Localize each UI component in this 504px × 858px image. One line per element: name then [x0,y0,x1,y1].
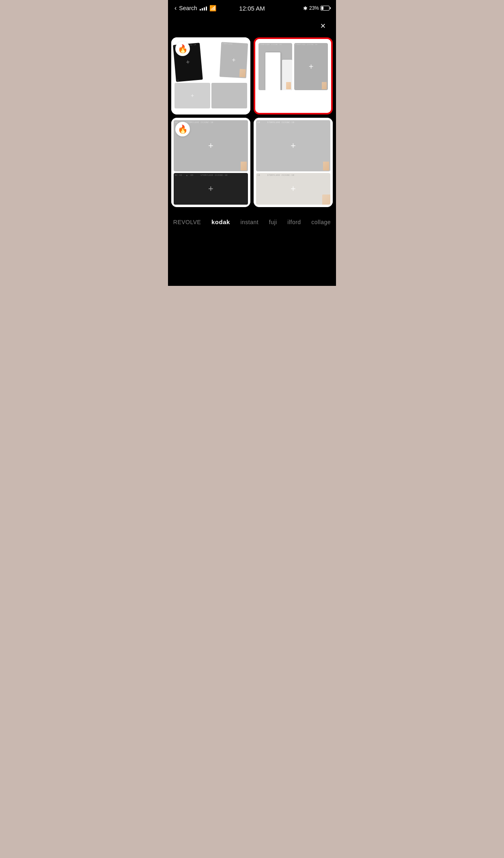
signal-bars [200,6,207,11]
signal-bar-3 [204,7,205,11]
nav-item-revolve[interactable]: REVOLVE [171,217,204,227]
back-label[interactable]: Search [179,5,197,11]
top-bar: × [168,16,336,36]
nav-item-fuji[interactable]: fuji [267,217,280,227]
flame-icon-1: 🔥 [178,44,188,54]
status-time: 12:05 AM [239,5,265,12]
status-bar: ‹ Search 📶 12:05 AM ✱ 23% [168,0,336,16]
template-card-1[interactable]: 🔥 STORYLUXE 2131NC-10 10 + [171,37,250,115]
template-card-2[interactable]: STORYLUXE 2131NC-10 + STORYLUXE 2131NC-1… [254,37,333,115]
hot-badge-1: 🔥 [175,41,190,56]
template-grid: 🔥 STORYLUXE 2131NC-10 10 + [168,36,336,209]
signal-bar-4 [206,6,207,11]
flame-icon-3: 🔥 [178,124,188,134]
close-button[interactable]: × [317,19,330,32]
nav-item-ilford[interactable]: ilford [285,217,303,227]
wifi-icon: 📶 [209,5,216,11]
status-right: ✱ 23% [303,5,330,11]
template-card-4[interactable]: 10 STORYLUXE 2131NC-10 + 10 STORYLUXE 21… [254,118,333,207]
battery-percent: 23% [309,5,319,11]
nav-item-instant[interactable]: instant [238,217,261,227]
bottom-nav: REVOLVE kodak instant fuji ilford collag… [168,212,336,233]
template-card-3[interactable]: 🔥 69 STORYLUXE 2131NC-10 + NC-10 ▲ 69 ST… [171,118,250,207]
bluetooth-icon: ✱ [303,5,308,11]
back-arrow-icon[interactable]: ‹ [174,4,177,12]
nav-item-collage[interactable]: collage [309,217,333,227]
signal-bar-1 [200,9,201,11]
hot-badge-3: 🔥 [175,122,190,136]
phone-container: ‹ Search 📶 12:05 AM ✱ 23% × [168,0,336,286]
battery-icon [321,6,330,11]
status-left: ‹ Search 📶 [174,4,216,12]
nav-item-kodak[interactable]: kodak [209,217,233,227]
signal-bar-2 [202,8,203,11]
